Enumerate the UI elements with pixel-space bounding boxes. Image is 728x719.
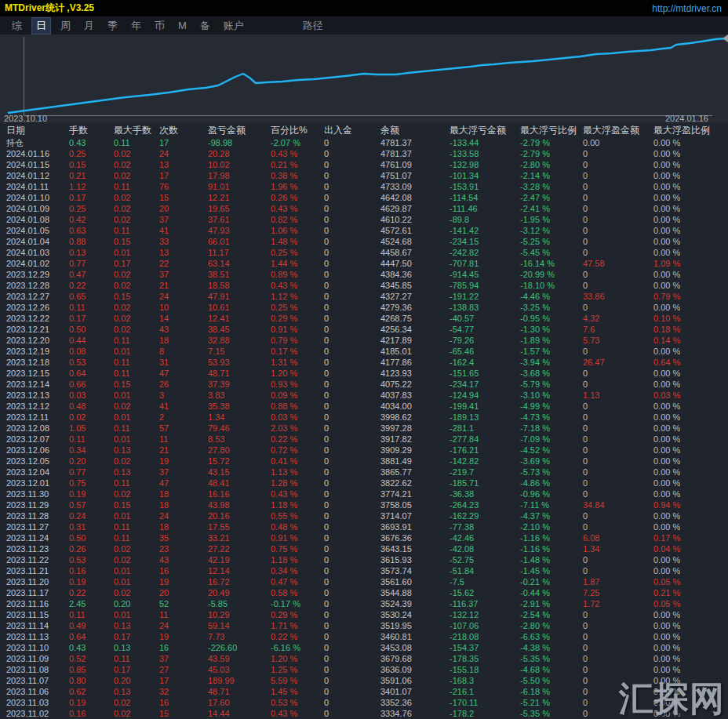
cell-deposit-withdraw: 0 bbox=[324, 302, 380, 313]
table-row[interactable]: 2023.12.190.080.0187.150.17 %04185.01-65… bbox=[0, 346, 728, 357]
table-row[interactable]: 2024.01.030.130.011311.170.25 %04458.67-… bbox=[0, 247, 728, 258]
cell-trades: 8 bbox=[159, 346, 208, 357]
menu-item-path[interactable]: 路径 bbox=[299, 18, 327, 34]
table-row[interactable]: 2023.12.050.200.021915.720.41 %03881.49-… bbox=[0, 456, 728, 467]
table-row[interactable]: 2023.11.090.520.113743.591.20 %03679.68-… bbox=[0, 653, 728, 664]
table-row[interactable]: 2023.11.220.530.024342.191.18 %03615.93-… bbox=[0, 554, 728, 565]
table-row[interactable]: 2024.01.100.170.021512.210.26 %04642.08-… bbox=[0, 192, 728, 203]
cell-max-lots: 0.13 bbox=[114, 642, 159, 653]
table-row[interactable]: 2023.11.140.490.132459.141.71 %03519.95-… bbox=[0, 620, 728, 631]
cell-max-float-profit-pct: 0.00 % bbox=[653, 686, 728, 697]
table-row[interactable]: 2023.11.290.570.151843.981.18 %03758.05-… bbox=[0, 499, 728, 510]
menu-item-币[interactable]: 币 bbox=[151, 18, 169, 34]
table-row[interactable]: 2024.01.020.770.172263.141.44 %04447.50-… bbox=[0, 258, 728, 269]
header-deposit-withdraw[interactable]: 出入金 bbox=[324, 123, 380, 137]
table-row[interactable]: 2023.11.162.450.2052-5.85-0.17 %03524.39… bbox=[0, 598, 728, 609]
cell-balance: 4458.67 bbox=[380, 247, 450, 258]
table-row[interactable]: 2024.01.090.250.022019.650.43 %04629.87-… bbox=[0, 203, 728, 214]
cell-max-float-loss-pct: -4.52 % bbox=[520, 445, 583, 456]
menu-item-季[interactable]: 季 bbox=[104, 18, 122, 34]
table-row[interactable]: 2023.11.240.500.113533.210.91 %03676.36-… bbox=[0, 532, 728, 543]
cell-max-float-loss-pct: -0.96 % bbox=[520, 488, 583, 499]
table-row[interactable]: 2023.11.080.850.172745.031.25 %03636.09-… bbox=[0, 664, 728, 675]
header-max-float-profit[interactable]: 最大浮盈金额 bbox=[583, 123, 653, 137]
header-max-float-loss-pct[interactable]: 最大浮亏比例 bbox=[520, 123, 583, 137]
menu-item-备[interactable]: 备 bbox=[196, 18, 214, 34]
cell-max-float-loss-pct: -7.18 % bbox=[520, 423, 583, 434]
table-row[interactable]: 2023.12.150.640.114748.711.20 %04123.93-… bbox=[0, 368, 728, 379]
cell-profit: 15.72 bbox=[208, 456, 271, 467]
table-row[interactable]: 2023.11.070.800.2017189.995.59 %03591.06… bbox=[0, 675, 728, 686]
table-row[interactable]: 2023.12.110.020.0121.340.03 %03998.62-18… bbox=[0, 412, 728, 423]
table-row[interactable]: 2023.11.150.110.011110.290.29 %03530.24-… bbox=[0, 609, 728, 620]
cell-profit: 48.41 bbox=[208, 478, 271, 488]
table-row[interactable]: 2024.01.120.210.021717.980.38 %04751.07-… bbox=[0, 170, 728, 181]
cell-max-lots: 0.02 bbox=[114, 587, 159, 598]
menu-item-周[interactable]: 周 bbox=[56, 18, 75, 34]
cell-profit-pct: 0.29 % bbox=[271, 313, 324, 324]
table-row[interactable]: 2024.01.040.880.153366.011.48 %04524.68-… bbox=[0, 236, 728, 247]
website-link[interactable]: http://mtdriver.cn bbox=[652, 3, 722, 14]
table-row[interactable]: 2023.11.100.430.1316-226.60-6.16 %03453.… bbox=[0, 642, 728, 653]
table-row[interactable]: 2024.01.160.250.022420.280.43 %04781.37-… bbox=[0, 148, 728, 159]
cell-trades: 24 bbox=[159, 291, 208, 302]
header-profit[interactable]: 盈亏金额 bbox=[208, 123, 271, 137]
table-row[interactable]: 2023.12.070.110.01118.530.22 %03917.82-2… bbox=[0, 434, 728, 445]
cell-max-float-loss: -185.71 bbox=[450, 478, 520, 488]
cell-date: 2023.11.03 bbox=[6, 697, 69, 708]
table-row[interactable]: 2023.11.230.260.022327.220.75 %03643.15-… bbox=[0, 543, 728, 554]
table-row[interactable]: 2023.12.280.220.022118.580.43 %04345.85-… bbox=[0, 280, 728, 291]
cell-balance: 3881.49 bbox=[380, 456, 450, 467]
table-row[interactable]: 2023.12.081.050.115779.462.03 %03997.28-… bbox=[0, 423, 728, 434]
table-row[interactable]: 2023.11.280.240.012420.160.55 %03714.07-… bbox=[0, 510, 728, 521]
table-row[interactable]: 2023.11.130.640.17197.730.22 %03460.81-2… bbox=[0, 631, 728, 642]
table-row[interactable]: 2024.01.111.120.117691.011.96 %04733.09-… bbox=[0, 181, 728, 192]
table-row[interactable]: 2023.11.030.190.021617.600.53 %03352.36-… bbox=[0, 697, 728, 708]
cell-lots: 0.57 bbox=[69, 499, 114, 510]
menu-item-综[interactable]: 综 bbox=[8, 18, 26, 34]
header-max-float-profit-pct[interactable]: 最大浮盈比例 bbox=[653, 123, 728, 137]
table-row[interactable]: 2023.11.200.190.011916.720.47 %03561.60-… bbox=[0, 576, 728, 587]
header-profit-pct[interactable]: 百分比% bbox=[271, 123, 324, 137]
cell-deposit-withdraw: 0 bbox=[324, 291, 380, 302]
table-row[interactable]: 2023.12.180.530.113153.931.31 %04177.86-… bbox=[0, 357, 728, 368]
table-row[interactable]: 2023.12.260.110.021010.610.25 %04279.36-… bbox=[0, 302, 728, 313]
table-row[interactable]: 2023.12.200.440.111832.880.79 %04217.89-… bbox=[0, 335, 728, 346]
table-row[interactable]: 2023.11.060.620.133248.711.45 %03401.07-… bbox=[0, 686, 728, 697]
table-row[interactable]: 2023.12.120.480.024135.380.88 %04034.00-… bbox=[0, 401, 728, 412]
table-row[interactable]: 2023.12.210.500.024338.450.91 %04256.34-… bbox=[0, 324, 728, 335]
menu-item-账户[interactable]: 账户 bbox=[220, 18, 248, 34]
header-trades[interactable]: 次数 bbox=[159, 123, 208, 137]
cell-profit: 38.45 bbox=[208, 324, 271, 335]
table-row[interactable]: 2023.12.140.660.152637.390.93 %04075.22-… bbox=[0, 379, 728, 390]
table-row[interactable]: 2023.12.010.750.114748.411.28 %03822.62-… bbox=[0, 478, 728, 488]
table-row[interactable]: 2023.11.270.310.111817.550.48 %03693.91-… bbox=[0, 521, 728, 532]
menu-item-M[interactable]: M bbox=[174, 19, 191, 32]
table-row[interactable]: 2023.12.290.470.023738.510.89 %04384.36-… bbox=[0, 269, 728, 280]
table-row[interactable]: 2023.12.060.340.132127.800.72 %03909.29-… bbox=[0, 445, 728, 456]
table-row[interactable]: 2024.01.050.630.114147.931.06 %04572.61-… bbox=[0, 225, 728, 236]
table-row[interactable]: 2023.11.300.190.021816.160.43 %03774.21-… bbox=[0, 488, 728, 499]
header-max-float-loss[interactable]: 最大浮亏金额 bbox=[450, 123, 520, 137]
table-row[interactable]: 2023.11.210.160.011612.140.34 %03573.74-… bbox=[0, 565, 728, 576]
header-max-lots[interactable]: 最大手数 bbox=[114, 123, 159, 137]
cell-max-float-profit-pct: 0.21 % bbox=[653, 587, 728, 598]
table-row[interactable]: 2023.12.270.650.152447.911.12 %04327.27-… bbox=[0, 291, 728, 302]
menu-item-年[interactable]: 年 bbox=[127, 18, 145, 34]
position-row[interactable]: 持仓0.430.1117-98.98-2.07 %04781.37-133.44… bbox=[0, 137, 728, 148]
cell-deposit-withdraw: 0 bbox=[324, 181, 380, 192]
equity-chart[interactable]: 2023.10.10 2024.01.16 bbox=[0, 34, 728, 123]
table-row[interactable]: 2024.01.080.420.023737.610.82 %04610.22-… bbox=[0, 214, 728, 225]
table-row[interactable]: 2023.12.130.030.0133.830.09 %04037.83-12… bbox=[0, 390, 728, 401]
header-balance[interactable]: 余额 bbox=[380, 123, 450, 137]
table-row[interactable]: 2024.01.150.150.021310.020.21 %04761.09-… bbox=[0, 159, 728, 170]
header-date[interactable]: 日期 bbox=[6, 123, 69, 137]
menu-item-日[interactable]: 日 bbox=[31, 17, 51, 34]
cell-max-float-profit: 0 bbox=[583, 445, 653, 456]
table-row[interactable]: 2023.11.170.220.022020.490.58 %03544.88-… bbox=[0, 587, 728, 598]
menu-item-月[interactable]: 月 bbox=[80, 18, 98, 34]
table-row[interactable]: 2023.11.020.160.021514.440.43 %03334.76-… bbox=[0, 708, 728, 719]
header-lots[interactable]: 手数 bbox=[69, 123, 114, 137]
table-row[interactable]: 2023.12.040.770.133743.151.13 %03865.77-… bbox=[0, 467, 728, 478]
table-row[interactable]: 2023.12.220.170.021412.410.29 %04268.75-… bbox=[0, 313, 728, 324]
